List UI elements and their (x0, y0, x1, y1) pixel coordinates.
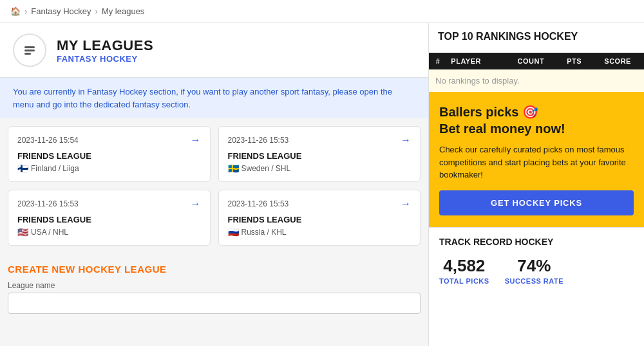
league-card-3[interactable]: 2023-11-26 15:53 → FRIENDS LEAGUE 🇺🇸 USA… (8, 190, 211, 246)
breadcrumb-my-leagues[interactable]: My leagues (102, 6, 144, 16)
league-name-label: League name (8, 281, 421, 290)
league-card-1[interactable]: 2023-11-26 15:54 → FRIENDS LEAGUE 🇫🇮 Fin… (8, 126, 211, 182)
league-date-1: 2023-11-26 15:54 (17, 136, 79, 145)
promo-banner: Ballers picks 🎯 Bet real money now! Chec… (429, 92, 644, 227)
success-rate-stat: 74% SUCCESS RATE (505, 256, 564, 285)
league-name-4: FRIENDS LEAGUE (228, 215, 412, 224)
league-date-4: 2023-11-26 15:53 (228, 199, 289, 208)
breadcrumb-fantasy-hockey[interactable]: Fantasy Hockey (31, 6, 91, 16)
page-title: MY LEAGUES (57, 37, 153, 54)
col-count: COUNT (505, 53, 558, 69)
no-rankings-message: No rankings to display. (429, 69, 644, 92)
svg-rect-1 (24, 50, 35, 51)
track-record-section: TRACK RECORD HOCKEY 4,582 TOTAL PICKS 74… (429, 227, 644, 294)
arrow-icon-2: → (401, 134, 411, 146)
success-rate-label: SUCCESS RATE (505, 277, 564, 285)
get-hockey-picks-button[interactable]: GET HOCKEY PICKS (439, 190, 634, 215)
page-header: MY LEAGUES FANTASY HOCKEY (0, 23, 428, 78)
promo-description: Check our carefully curated picks on mos… (439, 143, 634, 181)
league-name-1: FRIENDS LEAGUE (17, 151, 201, 161)
league-name-input[interactable] (8, 293, 421, 314)
league-date-2: 2023-11-26 15:53 (228, 136, 289, 145)
flag-icon-1: 🇫🇮 (17, 163, 28, 174)
total-picks-label: TOTAL PICKS (439, 277, 489, 285)
page-title-group: MY LEAGUES FANTASY HOCKEY (57, 37, 153, 64)
page-icon (13, 33, 46, 67)
track-record-title: TRACK RECORD HOCKEY (439, 237, 634, 247)
col-score: SCORE (591, 53, 644, 69)
league-card-4[interactable]: 2023-11-26 15:53 → FRIENDS LEAGUE 🇷🇺 Rus… (218, 190, 421, 246)
no-rankings-row: No rankings to display. (429, 69, 644, 92)
page-subtitle: FANTASY HOCKEY (57, 54, 153, 64)
rankings-title: TOP 10 RANKINGS HOCKEY (438, 31, 635, 42)
create-league-section: CREATE NEW HOCKEY LEAGUE League name (0, 253, 428, 324)
col-pts: PTS (557, 53, 591, 69)
home-icon[interactable]: 🏠 (10, 6, 21, 16)
league-country-2: 🇸🇪 Sweden / SHL (228, 163, 412, 174)
rankings-header: TOP 10 RANKINGS HOCKEY (429, 23, 644, 53)
right-panel: TOP 10 RANKINGS HOCKEY # PLAYER COUNT PT… (428, 23, 644, 346)
league-date-3: 2023-11-26 15:53 (17, 199, 79, 208)
svg-rect-2 (24, 53, 31, 55)
rankings-table: # PLAYER COUNT PTS SCORE No rankings to … (429, 53, 644, 92)
league-name-2: FRIENDS LEAGUE (228, 151, 412, 161)
left-panel: MY LEAGUES FANTASY HOCKEY You are curren… (0, 23, 428, 346)
flag-icon-2: 🇸🇪 (228, 163, 239, 174)
league-name-3: FRIENDS LEAGUE (17, 215, 201, 224)
success-rate-value: 74% (505, 256, 564, 276)
breadcrumb: 🏠 › Fantasy Hockey › My leagues (0, 0, 644, 23)
league-country-3: 🇺🇸 USA / NHL (17, 227, 201, 237)
total-picks-value: 4,582 (439, 256, 489, 276)
svg-rect-0 (24, 46, 35, 48)
info-banner: You are currently in Fantasy Hockey sect… (0, 78, 428, 118)
track-stats: 4,582 TOTAL PICKS 74% SUCCESS RATE (439, 256, 634, 285)
flag-icon-4: 🇷🇺 (228, 227, 239, 237)
flag-icon-3: 🇺🇸 (17, 227, 28, 237)
league-card-2[interactable]: 2023-11-26 15:53 → FRIENDS LEAGUE 🇸🇪 Swe… (218, 126, 421, 182)
col-player: PLAYER (447, 53, 504, 69)
leagues-grid: 2023-11-26 15:54 → FRIENDS LEAGUE 🇫🇮 Fin… (0, 118, 428, 253)
league-country-1: 🇫🇮 Finland / Liiga (17, 163, 201, 174)
promo-title: Ballers picks 🎯 Bet real money now! (439, 104, 634, 137)
total-picks-stat: 4,582 TOTAL PICKS (439, 256, 489, 285)
league-country-4: 🇷🇺 Russia / KHL (228, 227, 412, 237)
create-league-title: CREATE NEW HOCKEY LEAGUE (8, 264, 421, 275)
arrow-icon-1: → (191, 134, 201, 146)
arrow-icon-4: → (401, 198, 411, 210)
col-hash: # (429, 53, 447, 69)
arrow-icon-3: → (191, 198, 201, 210)
